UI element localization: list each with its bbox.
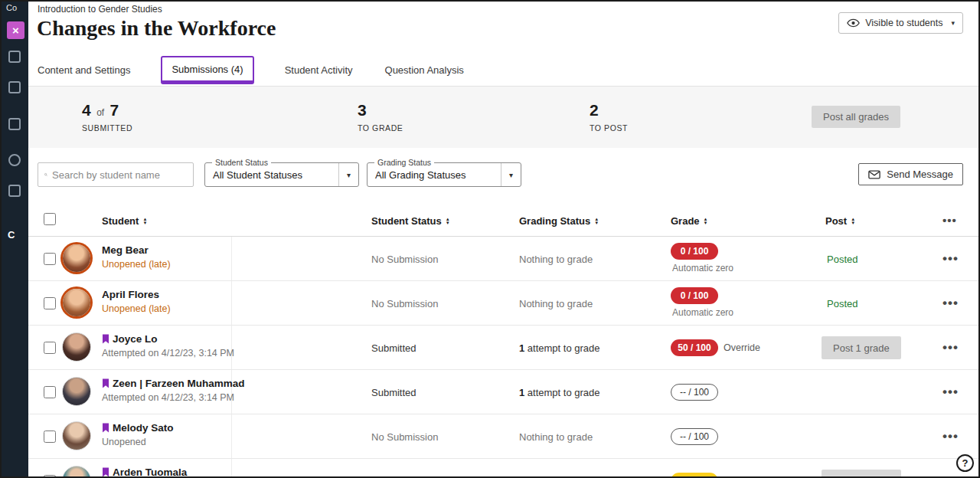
student-status-cell: Submitted (371, 386, 416, 398)
envelope-icon (868, 170, 880, 179)
search-input[interactable] (52, 169, 187, 181)
table-options-menu[interactable]: ••• (942, 214, 957, 227)
row-options-menu[interactable]: ••• (942, 296, 959, 311)
student-cell: Zeen | Farzeen Muhammad Attempted on 4/1… (102, 378, 245, 403)
student-status-dropdown[interactable]: Student Status All Student Statuses ▾ (204, 162, 359, 187)
student-name[interactable]: Arden Tuomala (113, 467, 187, 478)
row-checkbox[interactable] (44, 431, 56, 443)
student-cell: April Flores Unopened (late) (102, 289, 171, 314)
student-name[interactable]: Meg Bear (102, 244, 149, 256)
sort-icon: ▲▼ (851, 218, 855, 225)
grade-pill[interactable]: 50 / 100 (671, 339, 718, 356)
visibility-dropdown[interactable]: Visible to students ▾ (838, 12, 963, 34)
grading-status-dropdown[interactable]: Grading Status All Grading Statuses ▾ (367, 162, 521, 187)
calendar-icon[interactable] (8, 81, 21, 93)
accommodations-flag-icon (102, 334, 109, 344)
to-grade-count: 3 (358, 101, 367, 119)
sidebar-section-label: C (8, 229, 15, 241)
post-grade-button[interactable]: Post 1 grade (822, 336, 901, 359)
row-options-menu[interactable]: ••• (942, 385, 959, 400)
grade-cell: -- / 100 (671, 370, 718, 414)
posted-status: Posted (827, 253, 858, 264)
row-checkbox[interactable] (44, 342, 56, 354)
table-body: Meg Bear Unopened (late) No Submission N… (28, 237, 978, 478)
avatar (62, 421, 91, 450)
posted-status: Posted (827, 297, 858, 309)
grade-pill[interactable]: -- / 100 (671, 428, 718, 445)
table-row: Melody Sato Unopened No Submission Nothi… (28, 414, 978, 459)
messages-icon[interactable] (8, 154, 21, 166)
avatar (63, 289, 90, 316)
post-all-grades-button[interactable]: Post all grades (812, 106, 900, 128)
row-options-menu[interactable]: ••• (942, 251, 959, 267)
send-message-button[interactable]: Send Message (858, 163, 963, 185)
row-options-menu[interactable]: ••• (942, 473, 959, 478)
student-status-cell: Submitted (371, 475, 416, 478)
row-options-menu[interactable]: ••• (942, 340, 959, 355)
grade-pill[interactable]: -- / 100 (671, 384, 718, 401)
avatar (62, 466, 91, 478)
select-all-checkbox[interactable] (44, 213, 56, 225)
tab-content-and-settings[interactable]: Content and Settings (36, 57, 132, 83)
row-checkbox[interactable] (44, 253, 56, 265)
column-header-grading-status[interactable]: Grading Status ▲▼ (519, 215, 599, 227)
to-post-count: 2 (590, 101, 599, 119)
student-name[interactable]: April Flores (102, 289, 159, 300)
sidebar-top-label: Co (6, 3, 17, 12)
row-checkbox[interactable] (44, 386, 56, 398)
sort-icon: ▲▼ (704, 218, 708, 225)
tab-submissions[interactable]: Submissions (4) (161, 56, 253, 84)
accommodations-flag-icon (102, 378, 109, 388)
close-panel-button[interactable]: × (7, 21, 24, 39)
student-name[interactable]: Zeen | Farzeen Muhammad (113, 378, 245, 389)
student-name[interactable]: Melody Sato (113, 422, 174, 434)
row-checkbox[interactable] (44, 475, 56, 478)
grade-pill[interactable]: 0 / 100 (671, 287, 718, 304)
breadcrumb[interactable]: Introduction to Gender Studies (38, 4, 162, 15)
discussions-icon[interactable] (8, 118, 21, 130)
table-row: April Flores Unopened (late) No Submissi… (28, 281, 978, 326)
chevron-down-icon: ▾ (501, 163, 521, 186)
sort-icon: ▲▼ (594, 218, 599, 225)
stat-submitted: 4 of 7 SUBMITTED (82, 101, 132, 133)
student-status-cell: No Submission (371, 253, 438, 264)
table-row: Joyce Lo Attempted on 4/12/23, 3:14 PM S… (28, 326, 978, 370)
grade-cell: 0 / 100 Automatic zero (671, 237, 733, 280)
override-label: Override (724, 342, 760, 353)
sort-icon: ▲▼ (446, 218, 450, 225)
header-bar: Introduction to Gender Studies Changes i… (28, 2, 978, 54)
column-header-student-status[interactable]: Student Status ▲▼ (371, 215, 450, 227)
student-substatus: Unopened (late) (102, 259, 171, 270)
student-cell: Arden Tuomala (102, 467, 187, 478)
column-header-post[interactable]: Post ▲▼ (825, 215, 855, 227)
grading-status-dropdown-value: All Grading Statuses (368, 169, 501, 181)
grade-cell: 70 / 100 (671, 459, 718, 478)
column-header-grade[interactable]: Grade ▲▼ (671, 215, 708, 227)
grading-status-dropdown-label: Grading Status (374, 158, 434, 167)
chevron-down-icon: ▾ (338, 163, 358, 186)
to-grade-label: TO GRADE (358, 123, 403, 133)
grading-status-cell: 1 attempt to grade (519, 386, 600, 398)
gradebook-icon[interactable] (8, 185, 21, 197)
student-substatus: Unopened (late) (102, 303, 171, 314)
student-name[interactable]: Joyce Lo (113, 333, 158, 345)
content-icon[interactable] (8, 51, 21, 63)
chevron-down-icon: ▾ (951, 19, 955, 27)
accommodations-flag-icon (102, 423, 109, 433)
stat-to-post: 2 TO POST (590, 101, 628, 133)
submitted-total: 7 (110, 101, 119, 119)
grade-pill[interactable]: 0 / 100 (671, 243, 718, 260)
column-header-student[interactable]: Student ▲▼ (102, 215, 147, 227)
row-options-menu[interactable]: ••• (942, 429, 959, 444)
collapsed-sidebar: Co × C (2, 2, 28, 476)
row-checkbox[interactable] (44, 297, 56, 309)
grading-status-cell: Nothing to grade (519, 475, 593, 478)
search-icon (44, 169, 47, 180)
help-icon[interactable]: ? (956, 454, 974, 472)
tab-student-activity[interactable]: Student Activity (283, 57, 354, 83)
post-grade-button[interactable]: Post 1 grade (822, 470, 901, 478)
table-row: Zeen | Farzeen Muhammad Attempted on 4/1… (28, 370, 978, 414)
grade-pill[interactable]: 70 / 100 (671, 473, 718, 478)
tab-question-analysis[interactable]: Question Analysis (384, 57, 466, 83)
table-row: Arden Tuomala Submitted Nothing to grade… (28, 459, 978, 478)
